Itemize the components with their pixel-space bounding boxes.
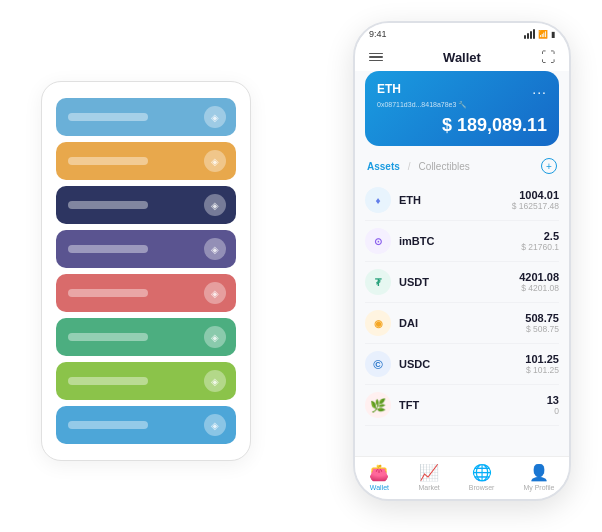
card-item-6[interactable]: ◈ [56,318,236,356]
assets-tabs: Assets / Collectibles [367,161,470,172]
asset-amounts-imbtc: 2.5 $ 21760.1 [521,230,559,252]
asset-row-eth[interactable]: ♦ ETH 1004.01 $ 162517.48 [365,180,559,221]
asset-amounts-tft: 13 0 [547,394,559,416]
asset-name-tft: TFT [399,399,547,411]
card-dot-1: ◈ [204,106,226,128]
asset-amount-usdc: 101.25 [525,353,559,365]
asset-usd-eth: $ 162517.48 [512,201,559,211]
asset-name-dai: DAI [399,317,525,329]
nav-market[interactable]: 📈 Market [418,463,439,491]
asset-amount-eth: 1004.01 [512,189,559,201]
eth-card[interactable]: ETH ... 0x08711d3d...8418a78e3 🔧 $ 189,0… [365,71,559,146]
card-dot-4: ◈ [204,238,226,260]
asset-amounts-dai: 508.75 $ 508.75 [525,312,559,334]
asset-amount-dai: 508.75 [525,312,559,324]
asset-icon-imbtc: ⊙ [365,228,391,254]
browser-nav-label: Browser [469,484,495,491]
bottom-nav: 👛 Wallet 📈 Market 🌐 Browser 👤 My Profile [355,456,569,499]
signal-icon [524,29,535,39]
asset-row-tft[interactable]: 🌿 TFT 13 0 [365,385,559,426]
card-text-line-6 [68,333,148,341]
expand-icon[interactable]: ⛶ [541,49,555,65]
eth-card-more[interactable]: ... [532,81,547,97]
tab-assets[interactable]: Assets [367,161,400,172]
scene: ◈ ◈ ◈ ◈ ◈ ◈ ◈ ◈ [21,21,581,511]
eth-card-balance: $ 189,089.11 [377,115,547,136]
asset-usd-tft: 0 [547,406,559,416]
card-text-line-5 [68,289,148,297]
nav-browser[interactable]: 🌐 Browser [469,463,495,491]
browser-nav-icon: 🌐 [472,463,492,482]
asset-icon-dai: ◉ [365,310,391,336]
card-dot-6: ◈ [204,326,226,348]
asset-amount-imbtc: 2.5 [521,230,559,242]
card-item-5[interactable]: ◈ [56,274,236,312]
page-title: Wallet [443,50,481,65]
market-nav-label: Market [418,484,439,491]
card-text-line-8 [68,421,148,429]
eth-card-address: 0x08711d3d...8418a78e3 🔧 [377,101,547,109]
card-dot-8: ◈ [204,414,226,436]
wallet-nav-label: Wallet [370,484,389,491]
market-nav-icon: 📈 [419,463,439,482]
wifi-icon: 📶 [538,30,548,39]
menu-icon[interactable] [369,53,383,62]
tab-divider: / [408,161,411,172]
card-dot-5: ◈ [204,282,226,304]
card-item-8[interactable]: ◈ [56,406,236,444]
status-bar: 9:41 📶 ▮ [355,23,569,43]
battery-icon: ▮ [551,30,555,39]
card-text-line-3 [68,201,148,209]
asset-usd-usdt: $ 4201.08 [519,283,559,293]
asset-name-usdt: USDT [399,276,519,288]
tab-collectibles[interactable]: Collectibles [419,161,470,172]
asset-name-imbtc: imBTC [399,235,521,247]
asset-amount-usdt: 4201.08 [519,271,559,283]
card-text-line-4 [68,245,148,253]
asset-row-dai[interactable]: ◉ DAI 508.75 $ 508.75 [365,303,559,344]
asset-list: ♦ ETH 1004.01 $ 162517.48 ⊙ imBTC 2.5 $ … [355,180,569,456]
asset-row-usdc[interactable]: © USDC 101.25 $ 101.25 [365,344,559,385]
phone: 9:41 📶 ▮ Wallet ⛶ [353,21,571,501]
asset-amount-tft: 13 [547,394,559,406]
card-text-line-2 [68,157,148,165]
nav-profile[interactable]: 👤 My Profile [523,463,554,491]
card-item-4[interactable]: ◈ [56,230,236,268]
card-item-3[interactable]: ◈ [56,186,236,224]
phone-header: Wallet ⛶ [355,43,569,71]
asset-amounts-usdt: 4201.08 $ 4201.08 [519,271,559,293]
asset-row-usdt[interactable]: ₮ USDT 4201.08 $ 4201.08 [365,262,559,303]
card-item-7[interactable]: ◈ [56,362,236,400]
card-dot-3: ◈ [204,194,226,216]
card-dot-7: ◈ [204,370,226,392]
asset-amounts-usdc: 101.25 $ 101.25 [525,353,559,375]
add-asset-button[interactable]: + [541,158,557,174]
asset-icon-eth: ♦ [365,187,391,213]
asset-usd-usdc: $ 101.25 [525,365,559,375]
card-text-line-1 [68,113,148,121]
asset-amounts-eth: 1004.01 $ 162517.48 [512,189,559,211]
asset-row-imbtc[interactable]: ⊙ imBTC 2.5 $ 21760.1 [365,221,559,262]
asset-name-usdc: USDC [399,358,525,370]
asset-icon-usdc: © [365,351,391,377]
nav-wallet[interactable]: 👛 Wallet [369,463,389,491]
asset-icon-usdt: ₮ [365,269,391,295]
card-stack: ◈ ◈ ◈ ◈ ◈ ◈ ◈ ◈ [41,81,251,461]
card-text-line-7 [68,377,148,385]
status-time: 9:41 [369,29,387,39]
wallet-nav-icon: 👛 [369,463,389,482]
asset-usd-imbtc: $ 21760.1 [521,242,559,252]
eth-card-top: ETH ... [377,81,547,97]
asset-name-eth: ETH [399,194,512,206]
asset-usd-dai: $ 508.75 [525,324,559,334]
profile-nav-icon: 👤 [529,463,549,482]
card-dot-2: ◈ [204,150,226,172]
card-item-1[interactable]: ◈ [56,98,236,136]
asset-icon-tft: 🌿 [365,392,391,418]
status-icons: 📶 ▮ [524,29,555,39]
assets-header: Assets / Collectibles + [355,154,569,180]
card-item-2[interactable]: ◈ [56,142,236,180]
eth-card-label: ETH [377,82,401,96]
profile-nav-label: My Profile [523,484,554,491]
